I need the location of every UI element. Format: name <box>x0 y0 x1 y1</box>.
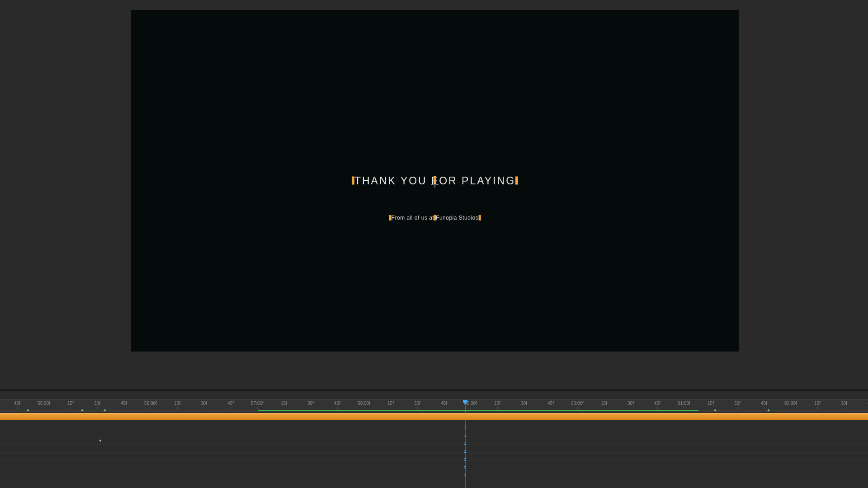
marker-icon[interactable] <box>81 409 84 412</box>
ruler-tick-label: 15f <box>174 401 180 406</box>
work-area-bar[interactable] <box>258 410 698 411</box>
ruler-tick-label: 45f <box>761 401 767 406</box>
ruler-tick-label: 30f <box>627 401 634 406</box>
selection-handle-icon[interactable] <box>515 176 518 184</box>
ruler-tick-label: 15f <box>601 401 607 406</box>
track-row[interactable] <box>0 469 868 477</box>
ruler-tick-label: 30f <box>307 401 314 406</box>
track-row[interactable] <box>0 428 868 436</box>
ruler-tick-label: 30f <box>94 401 100 406</box>
ruler-tick-label: 30f <box>521 401 527 406</box>
track-row[interactable] <box>0 445 868 453</box>
track-row[interactable] <box>0 453 868 461</box>
track-row[interactable] <box>0 477 868 485</box>
ruler-tick-label: 02:00f <box>784 401 797 406</box>
keyframe-icon[interactable] <box>99 440 101 441</box>
timeline-tracks[interactable] <box>0 420 868 488</box>
time-ruler[interactable]: 45f55:00f15f30f45f56:00f15f30f45f57:00f1… <box>0 399 868 409</box>
playhead-indicator[interactable] <box>462 399 468 405</box>
track-row[interactable] <box>0 461 868 469</box>
ruler-tick-label: 30f <box>414 401 420 406</box>
ruler-tick-label: 45f <box>654 401 660 406</box>
marker-icon[interactable] <box>104 409 106 412</box>
ruler-tick-label: 15f <box>281 401 287 406</box>
svg-point-0 <box>434 183 436 185</box>
ruler-tick-label: 30f <box>734 401 741 406</box>
playhead-line[interactable] <box>465 405 466 488</box>
ruler-tick-label: 30f <box>201 401 207 406</box>
ruler-tick-label: 15f <box>67 401 74 406</box>
ruler-tick-label: 55:00f <box>38 401 50 406</box>
selection-handle-icon[interactable] <box>478 215 481 221</box>
anchor-point-icon[interactable] <box>431 181 439 190</box>
ruler-tick-label: 56:00f <box>144 401 157 406</box>
selection-handle-icon[interactable] <box>352 176 354 184</box>
selection-handle-icon[interactable] <box>389 215 392 221</box>
ruler-tick-label: 45f <box>227 401 234 406</box>
ruler-tick-label: 45f <box>441 401 447 406</box>
track-row[interactable] <box>0 436 868 445</box>
ruler-tick-label: 15f <box>814 401 821 406</box>
ruler-tick-label: 45f <box>14 401 20 406</box>
ruler-tick-label: 57:00f <box>251 401 264 406</box>
ruler-tick-label: 45f <box>121 401 127 406</box>
ruler-tick-label: 45f <box>547 401 554 406</box>
preview-panel: THANK YOU FOR PLAYING From all of us at … <box>0 0 868 384</box>
ruler-tick-label: 00:00f <box>571 401 584 406</box>
layer-duration-bar[interactable] <box>0 413 868 420</box>
ruler-tick-label: 01:00f <box>678 401 690 406</box>
ruler-tick-label: 15f <box>494 401 500 406</box>
ruler-tick-label: 45f <box>334 401 340 406</box>
composition-viewer[interactable]: THANK YOU FOR PLAYING From all of us at … <box>131 10 739 352</box>
timeline-panel: 45f55:00f15f30f45f56:00f15f30f45f57:00f1… <box>0 391 868 488</box>
ruler-tick-label: 15f <box>387 401 394 406</box>
selection-handle-icon[interactable] <box>434 214 436 222</box>
ruler-tick-label: 15f <box>708 401 714 406</box>
ruler-tick-label: 30f <box>841 401 847 406</box>
marker-icon[interactable] <box>27 409 29 412</box>
marker-icon[interactable] <box>767 409 770 412</box>
ruler-tick-label: 58:00f <box>358 401 370 406</box>
marker-icon[interactable] <box>714 409 717 412</box>
svg-marker-5 <box>463 400 467 404</box>
track-row[interactable] <box>0 420 868 428</box>
work-area-track[interactable] <box>0 409 868 412</box>
